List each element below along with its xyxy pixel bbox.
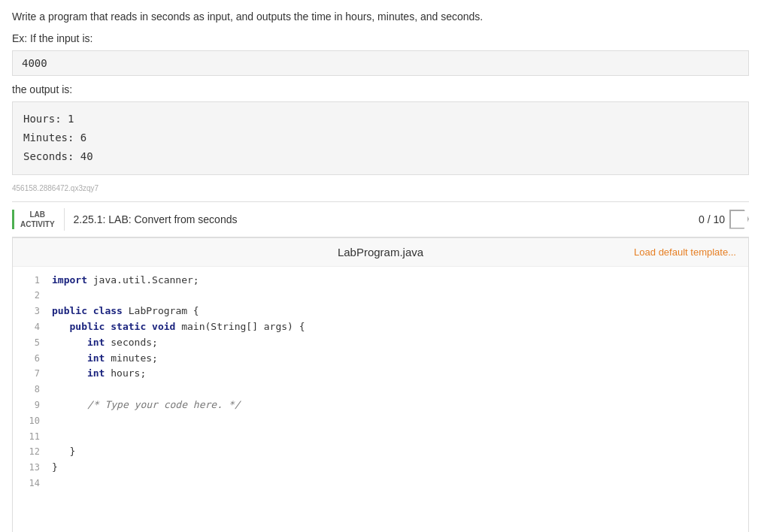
session-id: 456158.2886472.qx3zqy7 [12,184,749,192]
code-line-7: 7 int hours; [13,366,748,382]
editor-header: LabProgram.java Load default template... [13,238,748,267]
lab-score: 0 / 10 [699,210,749,229]
code-line-1: 1 import java.util.Scanner; [13,273,748,289]
input-example-box: 4000 [12,50,749,76]
lab-activity-title: 2.25.1: LAB: Convert from seconds [74,213,699,225]
code-line-10: 10 [13,413,748,429]
lab-activity-label: LAB ACTIVITY [12,210,55,229]
editor-filename: LabProgram.java [262,246,499,258]
lab-label-line1: LAB [30,210,46,219]
lab-activity-bar: LAB ACTIVITY 2.25.1: LAB: Convert from s… [12,201,749,237]
code-editor[interactable]: 1 import java.util.Scanner; 2 3 public c… [13,267,748,532]
output-example-box: Hours: 1 Minutes: 6 Seconds: 40 [12,101,749,175]
code-line-14: 14 [13,476,748,491]
lab-score-value: 0 / 10 [699,213,725,225]
lab-label-line2: ACTIVITY [20,219,55,229]
score-badge-icon [729,210,749,229]
code-line-2: 2 [13,288,748,304]
code-line-12: 12 } [13,444,748,460]
output-line-1: Hours: 1 [23,110,738,128]
output-line-2: Minutes: 6 [23,128,738,147]
code-line-6: 6 int minutes; [13,351,748,367]
code-line-8: 8 [13,382,748,397]
code-line-3: 3 public class LabProgram { [13,304,748,319]
code-line-9: 9 /* Type your code here. */ [13,397,748,413]
editor-container: LabProgram.java Load default template...… [12,237,749,532]
code-line-5: 5 int seconds; [13,335,748,351]
example-label: Ex: If the input is: [12,32,749,44]
code-line-4: 4 public static void main(String[] args)… [13,319,748,335]
code-line-11: 11 [13,429,748,445]
output-line-3: Seconds: 40 [23,147,738,166]
load-template-button[interactable]: Load default template... [634,246,736,258]
code-line-13: 13 } [13,460,748,476]
output-label: the output is: [12,83,749,95]
description-text: Write a program that reads in seconds as… [12,9,749,25]
